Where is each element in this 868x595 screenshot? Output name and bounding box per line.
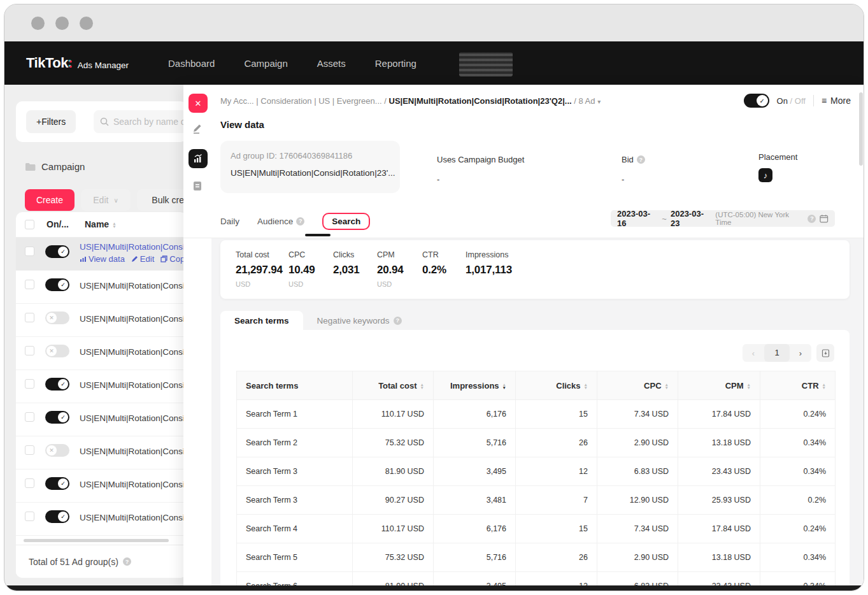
- tab-negative-keywords[interactable]: Negative keywords?: [303, 311, 416, 330]
- ad-group-row[interactable]: ✓US|EN|Multi|Rotation|Consid|R: [16, 271, 187, 304]
- date-end[interactable]: 2023-03-23: [671, 209, 711, 228]
- row-checkbox[interactable]: [25, 412, 34, 422]
- edit-button[interactable]: Edit∨: [81, 189, 131, 211]
- row-toggle[interactable]: ✓: [45, 510, 69, 523]
- row-toggle[interactable]: ✓: [45, 378, 69, 391]
- date-start[interactable]: 2023-03-16: [617, 209, 658, 228]
- detail-drawer: ✕ My Acc... | Consideration | US | Everg…: [183, 85, 864, 591]
- row-checkbox[interactable]: [25, 346, 34, 355]
- copy-link[interactable]: Copy: [160, 254, 187, 264]
- vertical-scrollbar[interactable]: [859, 92, 863, 166]
- top-nav: TikTok: Ads Manager Dashboard Campaign A…: [4, 41, 864, 85]
- breadcrumb-current[interactable]: US|EN|Multi|Rotation|Consid|Rotation|23'…: [389, 96, 572, 106]
- view-data-icon-active[interactable]: [189, 149, 208, 168]
- help-icon: ?: [808, 215, 816, 223]
- help-icon[interactable]: ?: [637, 155, 645, 164]
- sort-icon[interactable]: ▲▼: [420, 383, 424, 389]
- ad-group-name: US|EN|Multi|Rotation|Consid|Rotation|23'…: [231, 168, 390, 178]
- row-toggle[interactable]: ✕: [45, 444, 69, 457]
- metric-total-cost: Total cost21,297.94USD: [236, 250, 283, 288]
- bid-info: Bid? -: [622, 155, 645, 184]
- col-ctr[interactable]: CTR▲▼: [760, 371, 836, 400]
- row-toggle[interactable]: ✓: [45, 411, 69, 424]
- sort-icon[interactable]: ▲▼: [747, 383, 751, 389]
- ad-group-row[interactable]: ✕US|EN|Multi|Rotation|Consid|R: [16, 436, 187, 470]
- col-clicks[interactable]: Clicks▲▼: [516, 371, 597, 400]
- sort-icon[interactable]: ▲▼: [584, 383, 588, 389]
- ad-group-name-link[interactable]: US|EN|Multi|Rotation|Consid|R: [80, 242, 187, 252]
- row-toggle[interactable]: ✕: [45, 345, 69, 357]
- help-icon: ?: [296, 217, 304, 226]
- row-checkbox[interactable]: [25, 379, 34, 389]
- nav-item-campaign[interactable]: Campaign: [244, 58, 287, 69]
- app-window: TikTok: Ads Manager Dashboard Campaign A…: [4, 4, 864, 591]
- tab-daily[interactable]: Daily: [220, 217, 239, 226]
- tab-search-terms[interactable]: Search terms: [220, 311, 303, 330]
- row-toggle[interactable]: ✓: [45, 278, 69, 291]
- column-on-off[interactable]: On/...: [46, 219, 69, 229]
- ad-group-row[interactable]: ✓US|EN|Multi|Rotation|Consid|R: [16, 470, 187, 503]
- sort-icon[interactable]: ▲▼: [665, 383, 669, 389]
- create-button[interactable]: Create: [25, 189, 75, 211]
- status-toggle[interactable]: ✓: [744, 94, 769, 108]
- table-row: Search Term 1110.17 USD6,176157.34 USD17…: [237, 400, 836, 429]
- row-toggle[interactable]: ✓: [45, 477, 69, 490]
- copy-icon: [160, 255, 167, 262]
- export-button[interactable]: [816, 344, 834, 362]
- edit-pencil-icon[interactable]: [192, 123, 203, 134]
- tab-search[interactable]: Search: [322, 213, 370, 230]
- sidebar-search[interactable]: [94, 110, 187, 133]
- row-checkbox[interactable]: [25, 280, 34, 289]
- col-cpm[interactable]: CPM▲▼: [678, 371, 760, 400]
- nav-item-reporting[interactable]: Reporting: [375, 58, 416, 69]
- breadcrumb-parent[interactable]: My Acc... | Consideration | US | Evergre…: [220, 96, 382, 106]
- row-checkbox[interactable]: [25, 313, 34, 322]
- window-dot-1[interactable]: [31, 17, 45, 30]
- row-toggle[interactable]: ✓: [45, 245, 69, 258]
- prev-page-button[interactable]: ‹: [743, 348, 764, 358]
- help-icon[interactable]: ?: [123, 557, 131, 566]
- select-all-checkbox[interactable]: [25, 220, 34, 229]
- view-data-link[interactable]: View data: [80, 254, 125, 264]
- col-search-terms[interactable]: Search terms: [237, 371, 353, 400]
- col-impressions[interactable]: Impressions▲▼: [434, 371, 516, 400]
- filters-button[interactable]: +Filters: [26, 110, 76, 133]
- breadcrumb-ad-count[interactable]: 8 Ad: [578, 96, 595, 106]
- tab-audience[interactable]: Audience?: [257, 217, 304, 226]
- active-tab-indicator: [305, 234, 331, 236]
- ad-group-row[interactable]: ✕US|EN|Multi|Rotation|Consid|R: [16, 337, 187, 370]
- sort-icon[interactable]: ▲▼: [822, 383, 826, 389]
- ad-group-row[interactable]: ✓US|EN|Multi|Rotation|Consid|R: [16, 403, 187, 436]
- divider: [813, 95, 814, 106]
- page-title: View data: [220, 119, 264, 130]
- col-total-cost[interactable]: Total cost▲▼: [353, 371, 434, 400]
- ad-group-row[interactable]: ✕US|EN|Multi|Rotation|Consid|R: [16, 304, 187, 337]
- edit-link[interactable]: Edit: [131, 254, 154, 264]
- date-range-picker[interactable]: 2023-03-16 ~ 2023-03-23 (UTC-05:00) New …: [611, 210, 835, 227]
- next-page-button[interactable]: ›: [790, 348, 811, 358]
- search-input[interactable]: [113, 117, 187, 127]
- row-toggle[interactable]: ✕: [45, 312, 69, 324]
- ad-group-row[interactable]: ✓ US|EN|Multi|Rotation|Consid|R View dat…: [16, 238, 187, 271]
- ad-group-row[interactable]: ✓US|EN|Multi|Rotation|Consid|R: [16, 503, 187, 536]
- ad-group-row[interactable]: ✓US|EN|Multi|Rotation|Consid|R: [16, 370, 187, 403]
- close-icon[interactable]: ✕: [189, 94, 208, 113]
- col-cpc[interactable]: CPC▲▼: [597, 371, 678, 400]
- row-checkbox[interactable]: [25, 512, 34, 521]
- more-button[interactable]: ≡More: [822, 96, 851, 106]
- row-checkbox[interactable]: [25, 478, 34, 488]
- row-checkbox[interactable]: [25, 247, 34, 256]
- window-dot-3[interactable]: [80, 17, 93, 30]
- sort-icon-desc-active[interactable]: ▲▼: [502, 383, 506, 389]
- document-icon[interactable]: [192, 180, 203, 192]
- redacted-account-block: [459, 52, 513, 76]
- column-name[interactable]: Name▲▼: [85, 219, 117, 229]
- horizontal-scrollbar[interactable]: [24, 539, 169, 542]
- nav-item-assets[interactable]: Assets: [317, 58, 346, 69]
- row-checkbox[interactable]: [25, 445, 34, 455]
- nav-item-dashboard[interactable]: Dashboard: [168, 58, 215, 69]
- window-dot-2[interactable]: [55, 17, 69, 30]
- calendar-icon[interactable]: [820, 214, 829, 223]
- chevron-down-icon[interactable]: ▾: [597, 98, 601, 105]
- help-icon: ?: [394, 317, 402, 325]
